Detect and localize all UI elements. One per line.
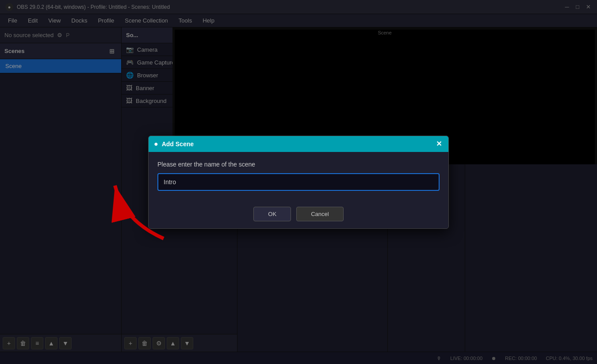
dialog-titlebar-left: ● Add Scene xyxy=(154,140,194,148)
dialog-obs-icon: ● xyxy=(154,140,158,148)
dialog-title: Add Scene xyxy=(162,140,194,148)
dialog-close-button[interactable]: ✕ xyxy=(434,140,443,148)
dialog-titlebar: ● Add Scene ✕ xyxy=(149,136,448,152)
dialog-ok-button[interactable]: OK xyxy=(253,207,291,221)
dialog-body: Please enter the name of the scene xyxy=(149,152,448,200)
dialog-prompt-label: Please enter the name of the scene xyxy=(157,161,440,168)
dialog-overlay: ● Add Scene ✕ Please enter the name of t… xyxy=(0,0,597,364)
dialog-scene-name-input[interactable] xyxy=(157,173,440,191)
dialog-cancel-button[interactable]: Cancel xyxy=(296,207,343,221)
add-scene-dialog: ● Add Scene ✕ Please enter the name of t… xyxy=(148,136,449,229)
dialog-buttons: OK Cancel xyxy=(149,200,448,228)
